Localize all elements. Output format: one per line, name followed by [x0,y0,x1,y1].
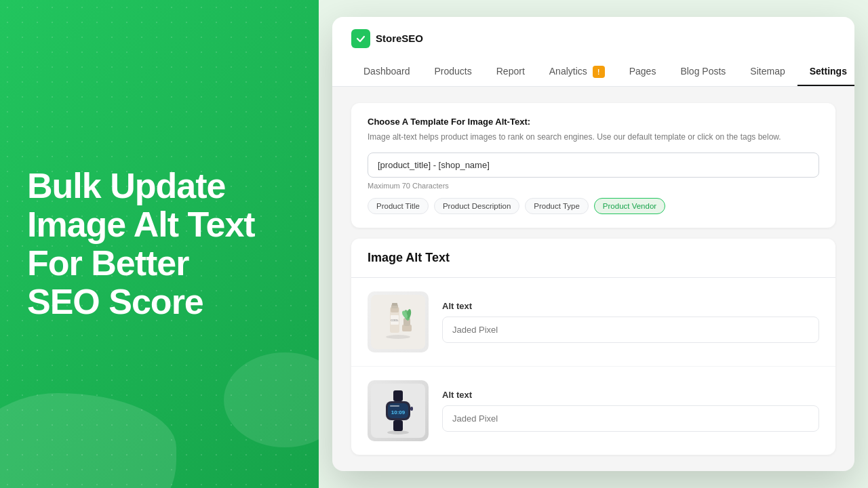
svg-rect-15 [393,420,403,431]
brand-name: StoreSEO [376,33,423,44]
analytics-badge: ! [593,66,605,78]
product-thumb-cosmetic: COOL [368,291,429,352]
hero-headline: Bulk Update Image Alt Text For Better SE… [27,167,255,322]
product-thumb-watch: 10:09 [368,380,429,441]
app-nav: Dashboard Products Report Analytics ! Pa… [351,59,835,86]
left-panel: Bulk Update Image Alt Text For Better SE… [0,0,319,488]
right-panel: StoreSEO Dashboard Products Report Analy… [319,0,868,488]
svg-rect-20 [410,407,413,411]
nav-products[interactable]: Products [422,59,484,86]
decorative-blob-1 [0,393,176,488]
app-window: StoreSEO Dashboard Products Report Analy… [332,17,854,471]
svg-text:10:09: 10:09 [391,409,406,415]
alttext-right-2: Alt text [442,390,819,432]
brand-icon [351,29,370,48]
app-content: Choose A Template For Image Alt-Text: Im… [332,87,854,471]
alttext-row-1: COOL Alt text [351,278,835,367]
template-desc: Image alt-text helps product images to r… [368,131,819,143]
alttext-row-2: 10:09 Alt text [351,367,835,455]
nav-settings[interactable]: Settings [797,59,854,86]
hero-text: Bulk Update Image Alt Text For Better SE… [27,167,255,322]
svg-rect-4 [392,303,397,306]
svg-point-12 [386,335,410,339]
template-card: Choose A Template For Image Alt-Text: Im… [351,103,835,228]
alttext-label-1: Alt text [442,301,819,311]
alttext-section-title: Image Alt Text [368,251,819,265]
app-topbar: StoreSEO Dashboard Products Report Analy… [332,17,854,87]
alttext-label-2: Alt text [442,390,819,400]
nav-analytics[interactable]: Analytics ! [537,59,617,86]
tag-product-title[interactable]: Product Title [368,198,429,214]
nav-pages[interactable]: Pages [617,59,669,86]
tag-product-description[interactable]: Product Description [434,198,519,214]
decorative-blob-2 [224,352,319,447]
nav-report[interactable]: Report [484,59,537,86]
alttext-input-2[interactable] [442,405,819,432]
tag-product-type[interactable]: Product Type [525,198,589,214]
nav-blog-posts[interactable]: Blog Posts [668,59,738,86]
alttext-card: Image Alt Text [351,239,835,455]
svg-point-21 [387,430,409,434]
svg-rect-18 [390,405,399,407]
svg-rect-14 [393,390,403,401]
template-input[interactable] [368,152,819,178]
tag-product-vendor[interactable]: Product Vendor [594,198,665,214]
alttext-right-1: Alt text [442,301,819,343]
alttext-input-1[interactable] [442,317,819,343]
alttext-header: Image Alt Text [351,239,835,278]
nav-dashboard[interactable]: Dashboard [351,59,422,86]
char-limit: Maximum 70 Characters [368,182,819,190]
svg-text:COOL: COOL [391,319,399,322]
tag-group: Product Title Product Description Produc… [368,198,819,214]
nav-sitemap[interactable]: Sitemap [738,59,797,86]
template-title: Choose A Template For Image Alt-Text: [368,117,819,127]
app-brand: StoreSEO [351,29,835,48]
